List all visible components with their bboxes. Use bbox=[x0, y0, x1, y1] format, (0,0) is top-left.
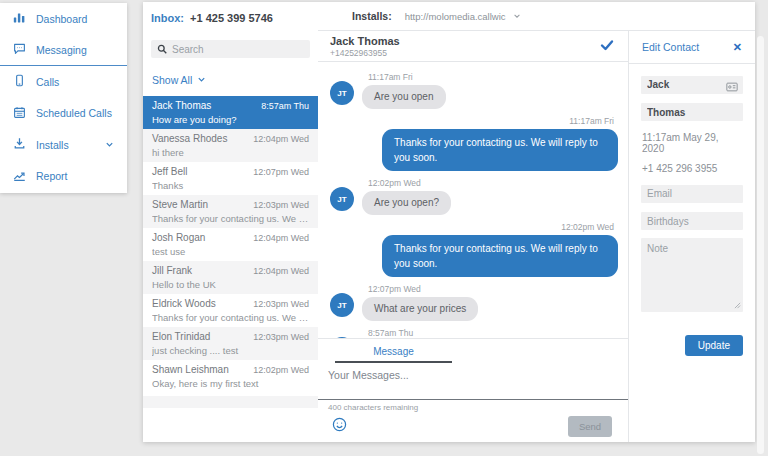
message-input[interactable] bbox=[318, 363, 628, 399]
conversation-name: Shawn Leishman bbox=[152, 364, 229, 375]
chat-contact-name: Jack Thomas bbox=[330, 35, 400, 47]
search-icon bbox=[157, 40, 167, 58]
email-field-wrap bbox=[641, 183, 743, 203]
inbox-header: Inbox: +1 425 399 5746 bbox=[143, 2, 318, 32]
message-timestamp: 8:57am Thu bbox=[368, 328, 475, 338]
filter-dropdown[interactable]: Show All bbox=[152, 72, 318, 88]
close-icon[interactable]: ✕ bbox=[733, 41, 742, 54]
sidebar-item-label: Calls bbox=[36, 76, 59, 88]
avatar: JT bbox=[330, 81, 354, 105]
tab-message[interactable]: Message bbox=[335, 346, 452, 363]
resize-grip-icon[interactable] bbox=[734, 295, 741, 313]
conversation-list-item[interactable]: Shawn Leishman 12:02pm Wed Okay, here is… bbox=[143, 360, 318, 393]
incoming-message: JT 12:07pm Wed What are your prices bbox=[330, 282, 618, 321]
outgoing-message: 12:02pm Wed Thanks for your contacting u… bbox=[330, 220, 618, 277]
contact-card-icon[interactable] bbox=[726, 78, 738, 96]
inbox-label: Inbox: bbox=[151, 12, 184, 24]
edit-contact-header: Edit Contact ✕ bbox=[629, 31, 755, 64]
sidebar-item-calls[interactable]: Calls bbox=[0, 66, 127, 98]
conversation-list-item[interactable]: Vanessa Rhodes 12:04pm Wed hi there bbox=[143, 129, 318, 162]
characters-remaining: 400 characters remaining bbox=[318, 400, 628, 412]
phone-icon bbox=[13, 74, 26, 89]
inbox-phone-number: +1 425 399 5746 bbox=[190, 12, 273, 24]
last-message-time: 11:17am May 29, 2020 bbox=[642, 132, 743, 154]
chat-contact-number: +14252963955 bbox=[330, 48, 400, 58]
messages: JT 11:17am Fri Are you open 11:17am Fri … bbox=[318, 62, 628, 339]
conversation-name: Eldrick Woods bbox=[152, 298, 216, 309]
conversation-list-item[interactable]: Jeff Bell 12:07pm Wed Thanks bbox=[143, 162, 318, 195]
conversation-time: 12:02pm Wed bbox=[253, 365, 309, 375]
conversation-time: 12:03pm Wed bbox=[253, 200, 309, 210]
last-name-field[interactable] bbox=[641, 103, 743, 121]
conversation-time: 12:04pm Wed bbox=[253, 134, 309, 144]
sidebar-item-label: Installs bbox=[36, 139, 69, 151]
message-timestamp: 12:07pm Wed bbox=[368, 284, 478, 294]
chevron-down-icon bbox=[197, 74, 206, 86]
sidebar-item-label: Dashboard bbox=[36, 13, 87, 25]
sidebar-item-dashboard[interactable]: Dashboard bbox=[0, 3, 127, 35]
sidebar-item-label: Report bbox=[36, 170, 68, 182]
conversation-preview: How are you doing? bbox=[152, 114, 309, 125]
note-field-wrap bbox=[641, 238, 743, 316]
message-bubble: Thanks for your contacting us. We will r… bbox=[382, 129, 618, 171]
sidebar: Dashboard Messaging Calls Scheduled Call… bbox=[0, 3, 127, 193]
installs-dropdown[interactable]: http://molomedia.callwic bbox=[405, 11, 521, 22]
message-timestamp: 12:02pm Wed bbox=[368, 178, 451, 188]
conversation-time: 12:04pm Wed bbox=[253, 233, 309, 243]
conversation-list-item[interactable]: Josh Rogan 12:04pm Wed test use bbox=[143, 228, 318, 261]
conversation-preview: Okay, here is my first text bbox=[152, 378, 309, 389]
conversation-list-item[interactable]: Jack Thomas 8:57am Thu How are you doing… bbox=[143, 96, 318, 129]
sidebar-item-label: Messaging bbox=[36, 44, 87, 56]
update-button[interactable]: Update bbox=[685, 335, 743, 356]
conversation-name: Elon Trinidad bbox=[152, 331, 210, 342]
message-bubble: Are you open? bbox=[362, 191, 451, 215]
chat-column: Installs: http://molomedia.callwic Jack … bbox=[318, 2, 628, 442]
conversation-name: Jack Thomas bbox=[152, 100, 211, 111]
bar-chart-icon bbox=[13, 11, 26, 26]
conversations-column: Inbox: +1 425 399 5746 Show All Jack Tho… bbox=[143, 2, 318, 442]
message-timestamp: 11:17am Fri bbox=[368, 72, 446, 82]
sidebar-item-report[interactable]: Report bbox=[0, 161, 127, 193]
message-timestamp: 11:17am Fri bbox=[569, 116, 614, 126]
conversation-preview: Hello to the UK bbox=[152, 279, 309, 290]
page-scrollbar[interactable] bbox=[757, 36, 764, 454]
search-input[interactable] bbox=[172, 44, 304, 55]
conversation-name: Josh Rogan bbox=[152, 232, 205, 243]
composer: Message 400 characters remaining Send bbox=[318, 339, 628, 442]
send-button[interactable]: Send bbox=[568, 416, 612, 437]
note-field[interactable] bbox=[641, 238, 743, 312]
conversation-name: Vanessa Rhodes bbox=[152, 133, 227, 144]
outgoing-message: 11:17am Fri Thanks for your contacting u… bbox=[330, 114, 618, 171]
conversation-search[interactable] bbox=[151, 40, 310, 58]
emoji-icon[interactable] bbox=[332, 417, 347, 436]
sidebar-item-messaging[interactable]: Messaging bbox=[0, 35, 127, 67]
mark-resolved-check-icon[interactable] bbox=[600, 37, 614, 55]
installs-value: http://molomedia.callwic bbox=[405, 11, 506, 22]
conversation-list-item[interactable]: Elon Trinidad 12:03pm Wed just checking … bbox=[143, 327, 318, 360]
sidebar-item-installs[interactable]: Installs bbox=[0, 129, 127, 161]
message-bubble: Thanks for your contacting us. We will r… bbox=[382, 235, 618, 277]
conversation-time: 12:03pm Wed bbox=[253, 299, 309, 309]
message-bubble: Are you open bbox=[362, 85, 446, 109]
list-end-strip bbox=[143, 396, 318, 408]
conversation-time: 8:57am Thu bbox=[261, 101, 309, 111]
incoming-message: JT 8:57am Thu How are you doing? bbox=[330, 326, 618, 339]
conversation-list-item[interactable]: Jill Frank 12:04pm Wed Hello to the UK bbox=[143, 261, 318, 294]
conversation-list-item[interactable]: Steve Martin 12:03pm Wed Thanks for your… bbox=[143, 195, 318, 228]
message-bubble: What are your prices bbox=[362, 297, 478, 321]
sidebar-item-scheduled-calls[interactable]: Scheduled Calls bbox=[0, 98, 127, 130]
birthday-field[interactable] bbox=[641, 212, 743, 230]
conversation-preview: Thanks for your contacting us. We will .… bbox=[152, 312, 309, 323]
sidebar-item-label: Scheduled Calls bbox=[36, 107, 112, 119]
conversation-list-item[interactable]: Eldrick Woods 12:03pm Wed Thanks for you… bbox=[143, 294, 318, 327]
email-field[interactable] bbox=[641, 185, 743, 203]
filter-label: Show All bbox=[152, 74, 192, 86]
line-chart-icon bbox=[13, 169, 26, 184]
conversation-list: Jack Thomas 8:57am Thu How are you doing… bbox=[143, 96, 318, 393]
last-name-field-wrap bbox=[641, 102, 743, 122]
chevron-down-icon bbox=[513, 11, 521, 22]
edit-contact-column: Edit Contact ✕ 11:17am May 29, 2020 +1 4… bbox=[628, 2, 755, 442]
calendar-icon bbox=[13, 106, 26, 121]
conversation-preview: just checking .... test bbox=[152, 345, 309, 356]
incoming-message: JT 11:17am Fri Are you open bbox=[330, 70, 618, 109]
